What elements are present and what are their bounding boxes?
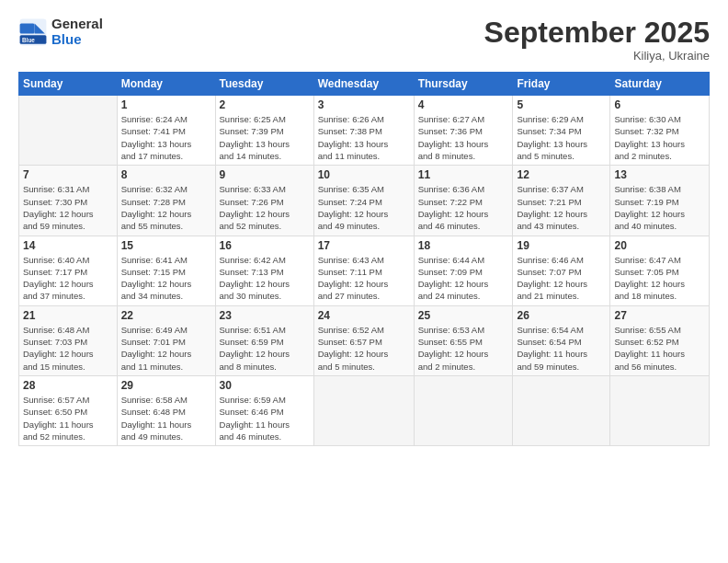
day-info: Sunrise: 6:44 AM Sunset: 7:09 PM Dayligh…: [418, 254, 509, 303]
table-row: 18Sunrise: 6:44 AM Sunset: 7:09 PM Dayli…: [414, 236, 513, 305]
logo: Blue General Blue: [18, 17, 103, 47]
header-sunday: Sunday: [19, 73, 118, 96]
day-info: Sunrise: 6:55 AM Sunset: 6:52 PM Dayligh…: [614, 324, 705, 373]
day-info: Sunrise: 6:25 AM Sunset: 7:39 PM Dayligh…: [220, 113, 310, 162]
day-info: Sunrise: 6:48 AM Sunset: 7:03 PM Dayligh…: [23, 324, 113, 373]
table-row: [513, 375, 610, 445]
day-number: 4: [418, 98, 509, 111]
day-number: 10: [318, 168, 410, 181]
page: Blue General Blue September 2025 Kiliya,…: [0, 0, 728, 563]
day-number: 26: [517, 309, 606, 322]
table-row: 4Sunrise: 6:27 AM Sunset: 7:36 PM Daylig…: [414, 96, 513, 166]
table-row: 15Sunrise: 6:41 AM Sunset: 7:15 PM Dayli…: [117, 236, 215, 305]
day-info: Sunrise: 6:47 AM Sunset: 7:05 PM Dayligh…: [614, 254, 705, 303]
day-number: 3: [318, 98, 410, 111]
day-number: 14: [23, 239, 113, 252]
table-row: 25Sunrise: 6:53 AM Sunset: 6:55 PM Dayli…: [414, 305, 513, 375]
day-info: Sunrise: 6:40 AM Sunset: 7:17 PM Dayligh…: [23, 254, 113, 303]
table-row: 12Sunrise: 6:37 AM Sunset: 7:21 PM Dayli…: [513, 166, 610, 236]
svg-text:Blue: Blue: [22, 37, 35, 43]
table-row: 10Sunrise: 6:35 AM Sunset: 7:24 PM Dayli…: [313, 166, 414, 236]
day-info: Sunrise: 6:42 AM Sunset: 7:13 PM Dayligh…: [220, 254, 310, 303]
day-number: 12: [517, 168, 606, 181]
table-row: 27Sunrise: 6:55 AM Sunset: 6:52 PM Dayli…: [610, 305, 710, 375]
calendar-week-3: 14Sunrise: 6:40 AM Sunset: 7:17 PM Dayli…: [19, 236, 710, 305]
header-monday: Monday: [117, 73, 215, 96]
table-row: 9Sunrise: 6:33 AM Sunset: 7:26 PM Daylig…: [215, 166, 313, 236]
day-number: 23: [220, 309, 310, 322]
header-wednesday: Wednesday: [313, 73, 414, 96]
table-row: 19Sunrise: 6:46 AM Sunset: 7:07 PM Dayli…: [513, 236, 610, 305]
calendar-week-1: 1Sunrise: 6:24 AM Sunset: 7:41 PM Daylig…: [19, 96, 710, 166]
day-number: 7: [23, 168, 113, 181]
day-number: 22: [121, 309, 211, 322]
day-info: Sunrise: 6:30 AM Sunset: 7:32 PM Dayligh…: [614, 113, 705, 162]
day-number: 6: [614, 98, 705, 111]
month-title: September 2025: [484, 17, 710, 49]
day-number: 1: [121, 98, 211, 111]
day-number: 30: [220, 379, 310, 392]
day-number: 16: [220, 239, 310, 252]
day-info: Sunrise: 6:36 AM Sunset: 7:22 PM Dayligh…: [418, 183, 509, 232]
day-number: 17: [318, 239, 410, 252]
day-number: 2: [220, 98, 310, 111]
logo-icon: Blue: [18, 17, 48, 47]
table-row: 5Sunrise: 6:29 AM Sunset: 7:34 PM Daylig…: [513, 96, 610, 166]
table-row: 3Sunrise: 6:26 AM Sunset: 7:38 PM Daylig…: [313, 96, 414, 166]
table-row: 8Sunrise: 6:32 AM Sunset: 7:28 PM Daylig…: [117, 166, 215, 236]
day-number: 19: [517, 239, 606, 252]
table-row: 14Sunrise: 6:40 AM Sunset: 7:17 PM Dayli…: [19, 236, 118, 305]
header-saturday: Saturday: [610, 73, 710, 96]
day-number: 15: [121, 239, 211, 252]
day-info: Sunrise: 6:26 AM Sunset: 7:38 PM Dayligh…: [318, 113, 410, 162]
day-info: Sunrise: 6:35 AM Sunset: 7:24 PM Dayligh…: [318, 183, 410, 232]
day-info: Sunrise: 6:41 AM Sunset: 7:15 PM Dayligh…: [121, 254, 211, 303]
table-row: 24Sunrise: 6:52 AM Sunset: 6:57 PM Dayli…: [313, 305, 414, 375]
day-info: Sunrise: 6:46 AM Sunset: 7:07 PM Dayligh…: [517, 254, 606, 303]
day-info: Sunrise: 6:32 AM Sunset: 7:28 PM Dayligh…: [121, 183, 211, 232]
day-info: Sunrise: 6:38 AM Sunset: 7:19 PM Dayligh…: [614, 183, 705, 232]
table-row: 17Sunrise: 6:43 AM Sunset: 7:11 PM Dayli…: [313, 236, 414, 305]
table-row: 26Sunrise: 6:54 AM Sunset: 6:54 PM Dayli…: [513, 305, 610, 375]
header-thursday: Thursday: [414, 73, 513, 96]
table-row: 29Sunrise: 6:58 AM Sunset: 6:48 PM Dayli…: [117, 375, 215, 445]
day-number: 9: [220, 168, 310, 181]
calendar-week-2: 7Sunrise: 6:31 AM Sunset: 7:30 PM Daylig…: [19, 166, 710, 236]
day-info: Sunrise: 6:33 AM Sunset: 7:26 PM Dayligh…: [220, 183, 310, 232]
calendar-header-row: Sunday Monday Tuesday Wednesday Thursday…: [19, 73, 710, 96]
day-info: Sunrise: 6:54 AM Sunset: 6:54 PM Dayligh…: [517, 324, 606, 373]
day-info: Sunrise: 6:29 AM Sunset: 7:34 PM Dayligh…: [517, 113, 606, 162]
day-number: 5: [517, 98, 606, 111]
day-info: Sunrise: 6:37 AM Sunset: 7:21 PM Dayligh…: [517, 183, 606, 232]
table-row: 22Sunrise: 6:49 AM Sunset: 7:01 PM Dayli…: [117, 305, 215, 375]
day-info: Sunrise: 6:31 AM Sunset: 7:30 PM Dayligh…: [23, 183, 113, 232]
day-number: 25: [418, 309, 509, 322]
table-row: 11Sunrise: 6:36 AM Sunset: 7:22 PM Dayli…: [414, 166, 513, 236]
table-row: 13Sunrise: 6:38 AM Sunset: 7:19 PM Dayli…: [610, 166, 710, 236]
calendar-table: Sunday Monday Tuesday Wednesday Thursday…: [18, 72, 710, 446]
day-number: 24: [318, 309, 410, 322]
calendar-week-4: 21Sunrise: 6:48 AM Sunset: 7:03 PM Dayli…: [19, 305, 710, 375]
day-info: Sunrise: 6:43 AM Sunset: 7:11 PM Dayligh…: [318, 254, 410, 303]
logo-general-text: General: [51, 17, 103, 32]
day-info: Sunrise: 6:49 AM Sunset: 7:01 PM Dayligh…: [121, 324, 211, 373]
day-info: Sunrise: 6:51 AM Sunset: 6:59 PM Dayligh…: [220, 324, 310, 373]
day-info: Sunrise: 6:27 AM Sunset: 7:36 PM Dayligh…: [418, 113, 509, 162]
header-tuesday: Tuesday: [215, 73, 313, 96]
table-row: 21Sunrise: 6:48 AM Sunset: 7:03 PM Dayli…: [19, 305, 118, 375]
table-row: 1Sunrise: 6:24 AM Sunset: 7:41 PM Daylig…: [117, 96, 215, 166]
day-number: 29: [121, 379, 211, 392]
day-info: Sunrise: 6:52 AM Sunset: 6:57 PM Dayligh…: [318, 324, 410, 373]
day-number: 21: [23, 309, 113, 322]
table-row: 23Sunrise: 6:51 AM Sunset: 6:59 PM Dayli…: [215, 305, 313, 375]
day-number: 8: [121, 168, 211, 181]
logo-text: General Blue: [51, 17, 103, 47]
day-info: Sunrise: 6:58 AM Sunset: 6:48 PM Dayligh…: [121, 394, 211, 442]
header-friday: Friday: [513, 73, 610, 96]
svg-rect-2: [20, 23, 35, 33]
table-row: [313, 375, 414, 445]
header: Blue General Blue September 2025 Kiliya,…: [18, 17, 710, 63]
day-number: 20: [614, 239, 705, 252]
location-subtitle: Kiliya, Ukraine: [484, 49, 710, 63]
calendar-week-5: 28Sunrise: 6:57 AM Sunset: 6:50 PM Dayli…: [19, 375, 710, 445]
